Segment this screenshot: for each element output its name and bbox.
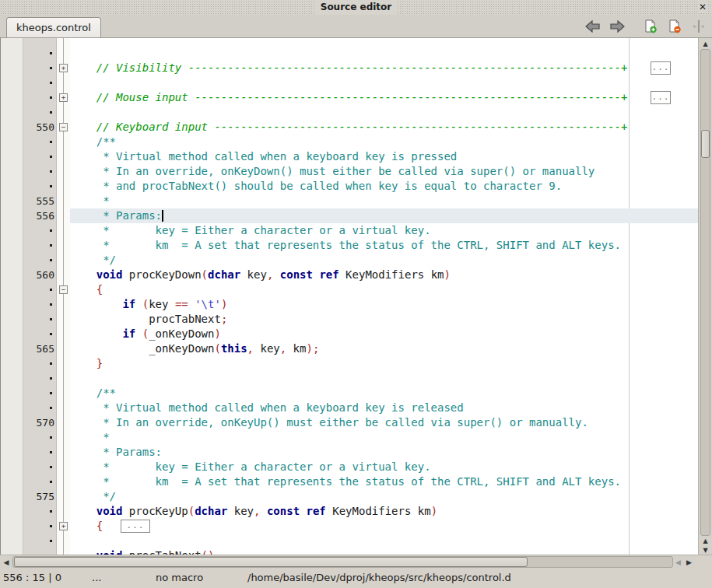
line-dot-marker (50, 67, 52, 69)
code-token-dc: * Params: (70, 209, 162, 222)
code-line[interactable]: * km = A set that represents the status … (70, 474, 698, 489)
fold-expand-marker[interactable]: + (59, 522, 68, 530)
code-token-id (135, 327, 142, 340)
vertical-scrollbar[interactable]: ▲ ▲ ▼ (698, 38, 712, 555)
scroll-left-icon-right[interactable]: ◀ (673, 555, 683, 569)
folded-code-ellipsis[interactable]: ... (121, 520, 150, 533)
code-line[interactable]: procTabNext; (70, 312, 698, 327)
code-line[interactable] (70, 534, 698, 548)
code-line[interactable]: * key = Either a character or a virtual … (70, 460, 698, 474)
split-editor-button[interactable] (690, 18, 707, 35)
scroll-right-icon[interactable]: ▶ (683, 555, 695, 569)
code-line[interactable]: * Virtual method called when a keyboard … (70, 149, 698, 164)
code-line[interactable]: {... (70, 519, 698, 534)
code-token-dc: * (70, 431, 110, 443)
code-line[interactable]: // Mouse input -------------------------… (70, 90, 698, 105)
line-dot-marker (50, 481, 52, 483)
code-line[interactable]: /** (70, 386, 698, 401)
fold-collapse-marker[interactable]: − (59, 123, 68, 131)
line-dot (23, 504, 56, 519)
code-line-current[interactable]: * Params: (70, 208, 698, 223)
code-line[interactable]: if (_onKeyDown) (70, 327, 698, 341)
code-folding-column: ++−−+ (56, 38, 70, 555)
fold-expand-marker[interactable]: + (59, 64, 68, 72)
code-text-area[interactable]: // Visibility --------------------------… (70, 38, 698, 555)
code-token-ws (70, 91, 96, 103)
code-token-dc: */ (70, 490, 116, 502)
code-token-kw: const (280, 268, 313, 281)
code-line[interactable]: void procTabNext() (70, 548, 698, 555)
code-line[interactable]: * (70, 430, 698, 445)
line-dot (23, 371, 56, 386)
code-line[interactable]: * key = Either a character or a virtual … (70, 223, 698, 238)
horizontal-scroll-track[interactable] (12, 556, 673, 568)
line-dot (23, 312, 56, 327)
folded-code-ellipsis[interactable]: ... (651, 91, 671, 104)
close-document-icon (668, 19, 682, 33)
forward-button[interactable] (609, 18, 626, 35)
code-line[interactable]: if (key == '\t') (70, 297, 698, 312)
code-token-sy: { (96, 520, 103, 532)
fold-expand-marker[interactable]: + (59, 93, 68, 102)
scroll-up-icon[interactable]: ▲ (699, 38, 712, 49)
code-line[interactable]: * km = A set that represents the status … (70, 238, 698, 253)
code-line[interactable]: } (70, 356, 698, 371)
code-line[interactable]: /** (70, 135, 698, 149)
folded-code-ellipsis[interactable]: ... (651, 61, 671, 75)
line-number: 550 (23, 120, 56, 135)
new-document-button[interactable] (642, 18, 659, 35)
code-token-dc: * Virtual method called when a keyboard … (70, 150, 457, 163)
line-dot (23, 534, 56, 548)
fold-collapse-marker[interactable]: − (59, 285, 68, 294)
scroll-left-icon[interactable]: ◀ (0, 555, 12, 569)
code-token-kw: dchar (208, 268, 240, 281)
scroll-up-icon-bottom[interactable]: ▲ (699, 536, 712, 545)
line-dot (23, 90, 56, 105)
tabbar: kheops.control (0, 15, 712, 37)
vertical-scroll-track[interactable] (700, 49, 710, 536)
scroll-down-icon[interactable]: ▼ (699, 545, 712, 555)
code-token-ws (70, 298, 122, 310)
horizontal-scrollbar[interactable]: ◀ ◀ ▶ (0, 555, 712, 569)
line-dot (23, 474, 56, 489)
close-icon[interactable]: ✕ (697, 1, 708, 13)
code-line[interactable]: * In an override, onKeyUp() must either … (70, 415, 698, 430)
code-line[interactable]: */ (70, 253, 698, 268)
line-dot (23, 430, 56, 445)
code-line[interactable]: * Virtual method called when a keyboard … (70, 401, 698, 415)
line-dot (23, 46, 56, 61)
code-line[interactable]: void procKeyDown(dchar key, const ref Ke… (70, 268, 698, 282)
code-token-ws (70, 327, 122, 340)
line-dot (23, 135, 56, 149)
close-document-button[interactable] (666, 18, 683, 35)
code-token-dc: * Params: (70, 446, 162, 458)
vertical-scroll-thumb[interactable] (701, 130, 710, 158)
back-button[interactable] (584, 18, 602, 35)
code-line[interactable] (70, 75, 698, 90)
code-token-cm: // Keyboard input ----------------------… (96, 121, 628, 133)
code-token-id: procKeyUp (122, 505, 188, 517)
code-line[interactable]: { (70, 282, 698, 297)
code-token-ws (70, 283, 96, 296)
code-line[interactable]: // Keyboard input ----------------------… (70, 120, 698, 135)
line-dot-marker (50, 392, 52, 394)
forward-arrow-icon (609, 20, 625, 33)
code-token-cm: // Mouse input -------------------------… (96, 91, 628, 103)
code-token-sy: , (247, 342, 254, 355)
code-line[interactable]: */ (70, 489, 698, 504)
code-line[interactable]: * Params: (70, 445, 698, 460)
line-dot (23, 445, 56, 460)
tab-kheops-control[interactable]: kheops.control (6, 17, 101, 37)
code-line[interactable]: * (70, 194, 698, 208)
code-line[interactable] (70, 105, 698, 120)
code-line[interactable] (70, 46, 698, 61)
horizontal-scroll-thumb[interactable] (14, 557, 528, 567)
code-line[interactable] (70, 371, 698, 386)
code-line[interactable]: void procKeyUp(dchar key, const ref KeyM… (70, 504, 698, 519)
line-dot (23, 61, 56, 75)
code-line[interactable]: * and procTabNext() should be called whe… (70, 179, 698, 194)
code-token-id: procKeyDown (122, 268, 201, 281)
code-line[interactable]: // Visibility --------------------------… (70, 61, 698, 75)
code-line[interactable]: * In an override, onKeyDown() must eithe… (70, 164, 698, 179)
code-line[interactable]: _onKeyDown(this, key, km); (70, 341, 698, 356)
